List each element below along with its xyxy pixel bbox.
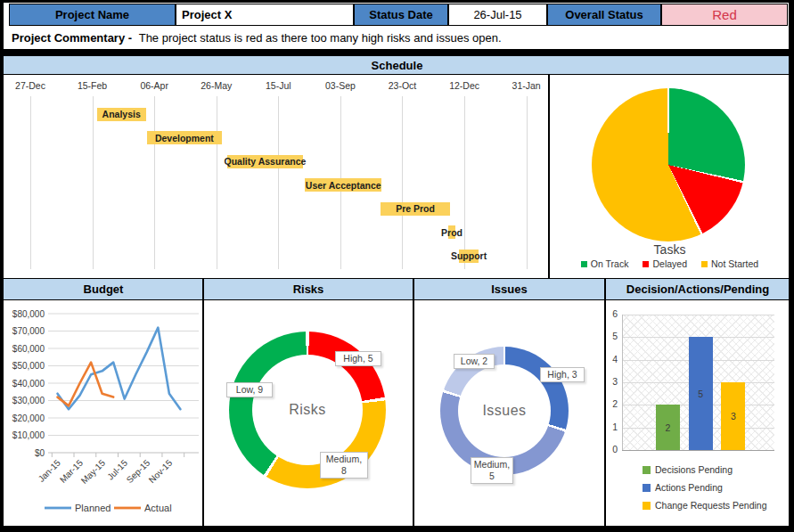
legend-label: Change Requests Pending (655, 500, 767, 511)
risks-center-label: Risks (289, 402, 326, 418)
gantt-axis-label: 26-May (201, 80, 232, 91)
gantt-axis-label: 15-Feb (78, 80, 107, 91)
bar-gridline (622, 315, 774, 315)
gantt-gridline (154, 96, 155, 269)
bar-y-label: 5 (605, 331, 618, 341)
bar-legend-item: Change Requests Pending (643, 500, 767, 511)
panel-divider (604, 278, 606, 526)
gantt-bar: Quality Assurance (227, 155, 303, 168)
bar-y-label: 1 (605, 422, 618, 432)
budget-x-label: Nov-15 (147, 457, 175, 485)
legend-label: Not Started (711, 258, 758, 269)
gantt-gridline (464, 96, 465, 269)
gantt-axis-label: 12-Dec (449, 80, 479, 91)
bar-legend-item: Decisions Pending (643, 464, 733, 475)
gantt-bar: Prod (448, 225, 454, 239)
schedule-gantt-chart: 27-Dec15-Feb06-Apr26-May15-Jul03-Sep23-O… (4, 75, 549, 278)
gantt-bar-label: Analysis (102, 109, 141, 119)
legend-swatch (643, 502, 651, 510)
gantt-axis-label: 15-Jul (266, 80, 291, 91)
budget-y-label: $0 (35, 448, 45, 458)
budget-y-label: $60,000 (12, 344, 45, 354)
bar-legend-item: Actions Pending (643, 482, 723, 493)
gantt-bar: User Acceptance (305, 178, 381, 192)
legend-swatch (581, 261, 587, 267)
legend-label: Decisions Pending (655, 464, 733, 475)
legend-swatch (701, 261, 708, 267)
schedule-section-header: Schedule (0, 55, 794, 75)
budget-y-label: $40,000 (12, 379, 45, 389)
budget-x-label: Jan-15 (37, 457, 63, 484)
issues-title: Issues (413, 279, 605, 299)
budget-y-label: $80,000 (12, 309, 45, 319)
panel-divider (202, 278, 204, 526)
gantt-bar-label: Development (155, 133, 214, 143)
bar-value-label: 5 (689, 389, 713, 399)
risks-donut-chart: RisksHigh, 5Medium, 8Low, 9 (203, 300, 413, 526)
legend-swatch (643, 261, 649, 267)
gantt-axis-label: 31-Jan (512, 80, 541, 91)
budget-y-label: $10,000 (12, 430, 45, 440)
pie-legend-item: On Track (581, 258, 629, 269)
donut-data-label: High, 3 (540, 367, 585, 382)
bar-y-label: 2 (605, 398, 618, 409)
tasks-pie-title: Tasks (549, 242, 790, 257)
donut-data-label: Medium, 8 (320, 452, 368, 479)
decisions-title: Decision/Actions/Pending (605, 279, 790, 299)
gantt-bar-label: User Acceptance (306, 180, 381, 191)
donut-data-label: Medium, 5 (471, 457, 513, 484)
legend-label: Actions Pending (655, 482, 723, 493)
gantt-bar: Pre Prod (381, 202, 450, 216)
legend-label: On Track (591, 258, 629, 269)
gantt-bar-label: Quality Assurance (225, 156, 307, 167)
overall-status-label: Overall Status (547, 4, 661, 26)
project-commentary: Project Commentary - The project status … (4, 26, 789, 49)
legend-label: Delayed (652, 258, 687, 269)
budget-x-label: May-15 (79, 457, 108, 486)
bar-value-label: 2 (656, 422, 680, 433)
budget-title: Budget (4, 279, 203, 299)
bar-y-label: 6 (605, 308, 618, 319)
budget-legend-label: Actual (144, 503, 172, 513)
project-name-value: Project X (176, 4, 354, 26)
budget-chart-svg: $0$10,000$20,000$30,000$40,000$50,000$60… (4, 300, 203, 526)
issues-center-label: Issues (482, 403, 526, 419)
gantt-gridline (93, 96, 94, 269)
gantt-bar: Support (459, 250, 479, 263)
panel-divider (548, 75, 550, 278)
gantt-axis-label: 03-Sep (325, 80, 356, 91)
issues-donut-chart: IssuesHigh, 3Medium, 5Low, 2 (413, 300, 605, 526)
commentary-text: The project status is red as there too m… (139, 31, 502, 45)
status-date-label: Status Date (354, 4, 448, 26)
donut-data-label: Low, 2 (454, 354, 495, 369)
bar-gridline (622, 450, 774, 451)
budget-x-label: Sep-15 (125, 457, 152, 485)
thick-divider (0, 49, 794, 55)
bar-value-label: 3 (721, 411, 745, 422)
pie-legend-item: Delayed (643, 258, 687, 269)
risks-title: Risks (203, 279, 413, 299)
bar-y-axis (622, 315, 623, 450)
gantt-bar-label: Pre Prod (396, 203, 435, 214)
budget-y-label: $20,000 (12, 413, 45, 423)
bar-y-label: 3 (605, 376, 618, 387)
commentary-label: Project Commentary - (12, 31, 135, 45)
gantt-bar: Analysis (97, 108, 146, 121)
status-date-value: 26-Jul-15 (448, 4, 547, 26)
bar-y-label: 4 (605, 354, 618, 364)
legend-swatch (643, 466, 651, 474)
donut-data-label: Low, 9 (226, 382, 273, 397)
tasks-pie-panel: Tasks On TrackDelayedNot Started (549, 75, 790, 278)
bar-y-label: 0 (605, 444, 618, 454)
tasks-pie-chart (592, 88, 745, 241)
overall-status-value: Red (661, 4, 788, 26)
gantt-gridline (30, 96, 31, 269)
decisions-bar-chart: 0123456253Decisions PendingActions Pendi… (605, 300, 790, 526)
gantt-axis-label: 06-Apr (140, 80, 168, 91)
gantt-bar-label: Support (451, 250, 487, 261)
schedule-title: Schedule (0, 56, 794, 74)
budget-y-label: $30,000 (12, 396, 45, 405)
legend-swatch (643, 484, 651, 492)
budget-y-label: $70,000 (12, 326, 45, 336)
budget-line-chart: $0$10,000$20,000$30,000$40,000$50,000$60… (4, 300, 203, 526)
